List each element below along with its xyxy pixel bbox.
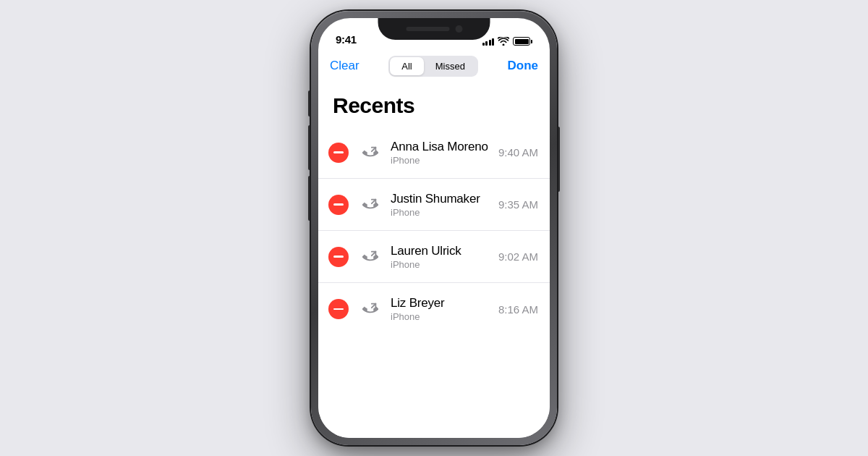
navigation-bar: Clear All Missed Done — [318, 50, 550, 82]
delete-button[interactable] — [328, 299, 349, 319]
call-time: 8:16 AM — [498, 303, 538, 316]
call-time: 9:02 AM — [498, 250, 538, 263]
status-time: 9:41 — [336, 33, 357, 46]
call-info: Anna Lisa Moreno iPhone — [391, 140, 498, 166]
clear-button[interactable]: Clear — [330, 59, 359, 73]
speaker — [406, 27, 449, 31]
call-name: Justin Shumaker — [391, 192, 498, 206]
battery-fill — [515, 39, 529, 44]
delete-button[interactable] — [328, 195, 349, 215]
call-info: Lauren Ulrick iPhone — [391, 244, 498, 270]
call-type: iPhone — [391, 207, 498, 218]
call-icon — [359, 193, 382, 216]
signal-icon — [482, 37, 495, 46]
call-info: Justin Shumaker iPhone — [391, 192, 498, 218]
page-title: Recents — [318, 82, 550, 127]
wifi-icon — [498, 37, 509, 46]
signal-bar-4 — [492, 38, 494, 46]
content-area: Recents — [318, 82, 550, 438]
battery-icon — [513, 37, 532, 46]
signal-bar-2 — [485, 41, 488, 46]
phone-device: 9:41 — [311, 11, 557, 445]
call-item[interactable]: Justin Shumaker iPhone 9:35 AM — [318, 179, 550, 231]
phone-screen: 9:41 — [318, 18, 550, 438]
camera — [455, 25, 462, 33]
call-item[interactable]: Anna Lisa Moreno iPhone 9:40 AM — [318, 127, 550, 179]
call-type: iPhone — [391, 155, 498, 166]
call-icon — [359, 141, 382, 164]
call-info: Liz Breyer iPhone — [391, 296, 498, 322]
battery-tip — [531, 40, 532, 43]
notch — [378, 18, 490, 40]
call-icon — [359, 245, 382, 269]
status-icons — [482, 37, 533, 46]
call-name: Liz Breyer — [391, 296, 498, 311]
call-type: iPhone — [391, 311, 498, 322]
phone-bezel: 9:41 — [311, 11, 557, 445]
call-type: iPhone — [391, 259, 498, 270]
signal-bar-1 — [482, 43, 485, 46]
call-item[interactable]: Liz Breyer iPhone 8:16 AM — [318, 283, 550, 335]
call-name: Anna Lisa Moreno — [391, 140, 498, 154]
signal-bar-3 — [489, 40, 491, 46]
done-button[interactable]: Done — [507, 59, 538, 73]
seg-all-option[interactable]: All — [390, 57, 423, 75]
call-item[interactable]: Lauren Ulrick iPhone 9:02 AM — [318, 231, 550, 283]
power-button[interactable] — [557, 127, 560, 192]
call-name: Lauren Ulrick — [391, 244, 498, 258]
call-list: Anna Lisa Moreno iPhone 9:40 AM — [318, 127, 550, 335]
battery-body — [513, 37, 530, 46]
segmented-control[interactable]: All Missed — [388, 56, 478, 77]
delete-button[interactable] — [328, 143, 349, 163]
call-icon — [359, 297, 382, 321]
seg-missed-option[interactable]: Missed — [424, 57, 477, 75]
delete-button[interactable] — [328, 247, 349, 267]
call-time: 9:35 AM — [498, 198, 538, 211]
call-time: 9:40 AM — [498, 146, 538, 159]
